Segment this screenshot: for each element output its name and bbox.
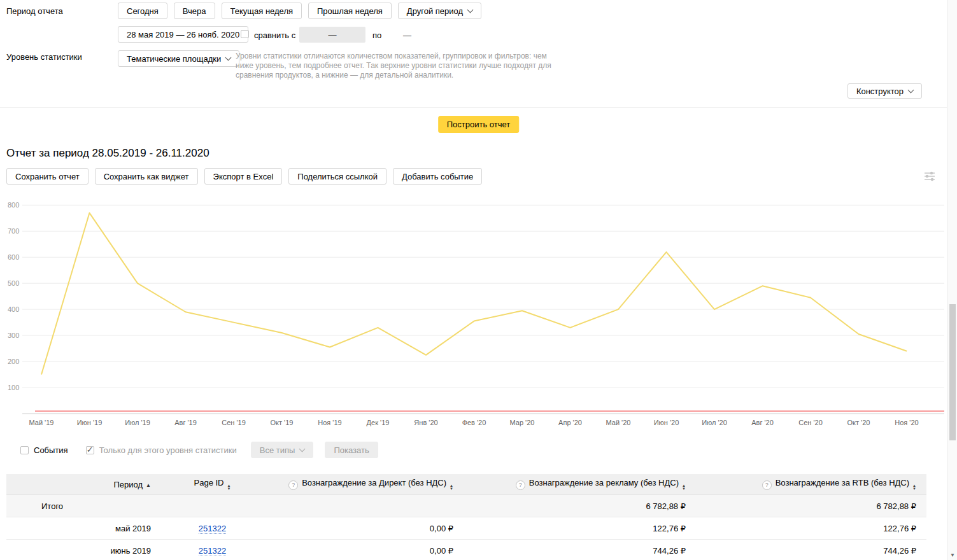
only-level-label[interactable]: Только для этого уровня статистики <box>99 445 237 455</box>
report-title: Отчет за период 28.05.2019 - 26.11.2020 <box>6 147 209 160</box>
svg-text:700: 700 <box>8 227 19 235</box>
svg-text:Мар '20: Мар '20 <box>510 419 535 426</box>
compare-from-field: — <box>299 27 365 43</box>
only-level-checkbox[interactable] <box>86 446 94 454</box>
constructor-label: Конструктор <box>856 87 904 96</box>
chevron-down-icon <box>908 87 914 94</box>
build-report-button[interactable]: Построить отчет <box>438 116 520 133</box>
table-header-row: Период▲ Page ID▲▼ ?Вознаграждение за Дир… <box>6 474 926 495</box>
page-id-link[interactable]: 251322 <box>199 524 226 534</box>
table-header-rtb[interactable]: ?Вознаграждение за RTB (без НДС)▲▼ <box>696 474 926 495</box>
svg-text:Окт '19: Окт '19 <box>271 419 294 426</box>
table-row-total: Итого 6 782,88 ₽ 6 782,88 ₽ <box>6 495 926 517</box>
svg-text:100: 100 <box>8 384 19 391</box>
sort-icon: ▲▼ <box>912 484 916 491</box>
events-row: События Только для этого уровня статисти… <box>20 442 378 458</box>
table-cell: 122,76 ₽ <box>696 517 926 540</box>
svg-text:Апр '20: Апр '20 <box>558 419 582 426</box>
table-cell: 0,00 ₽ <box>267 540 464 560</box>
table-header-period[interactable]: Период▲ <box>6 474 157 495</box>
events-checkbox[interactable] <box>20 446 29 454</box>
table-row: май 2019 251322 0,00 ₽ 122,76 ₽ 122,76 ₽ <box>6 517 926 540</box>
header-label: Период <box>113 480 143 489</box>
svg-text:Окт '20: Окт '20 <box>847 419 870 426</box>
svg-text:Фев '20: Фев '20 <box>462 419 486 426</box>
svg-text:Сен '20: Сен '20 <box>798 419 823 426</box>
compare-to-value: — <box>403 31 411 40</box>
constructor-button[interactable]: Конструктор <box>847 83 922 99</box>
other-period-label: Другой период <box>407 6 463 16</box>
table-cell: 744,26 ₽ <box>696 540 926 560</box>
show-events-button[interactable]: Показать <box>325 442 378 458</box>
svg-text:400: 400 <box>8 305 19 313</box>
period-presets: Сегодня Вчера Текущая неделя Прошлая нед… <box>118 3 481 19</box>
table-cell: 0,00 ₽ <box>267 517 464 540</box>
add-event-button[interactable]: Добавить событие <box>393 168 482 185</box>
help-icon[interactable]: ? <box>516 480 525 490</box>
page-id-link[interactable]: 251322 <box>199 546 226 556</box>
events-label[interactable]: События <box>34 445 68 455</box>
table-cell <box>157 495 267 517</box>
compare-checkbox[interactable] <box>241 30 249 38</box>
svg-text:Июн '19: Июн '19 <box>77 419 103 426</box>
help-icon[interactable]: ? <box>288 480 298 490</box>
stats-level-hint: Уровни статистики отличаются количеством… <box>236 52 564 80</box>
vertical-scrollbar[interactable]: ▼ <box>947 0 957 560</box>
table-header-direct[interactable]: ?Вознаграждение за Директ (без НДС)▲▼ <box>267 474 464 495</box>
save-widget-button[interactable]: Сохранить как виджет <box>95 168 198 185</box>
event-type-value: Все типы <box>260 445 295 455</box>
period-last-week-button[interactable]: Прошлая неделя <box>308 3 392 19</box>
stats-level-label: Уровень статистики <box>6 52 82 62</box>
svg-text:600: 600 <box>8 253 19 261</box>
sort-ascending-icon: ▲ <box>146 482 151 488</box>
table-cell-period: июнь 2019 <box>6 540 157 560</box>
other-period-button[interactable]: Другой период <box>398 3 481 19</box>
table-cell: 744,26 ₽ <box>464 540 696 560</box>
save-report-button[interactable]: Сохранить отчет <box>6 168 89 185</box>
sort-icon: ▲▼ <box>682 484 686 491</box>
section-divider <box>0 107 957 108</box>
table-header-ads[interactable]: ?Вознаграждение за рекламу (без НДС)▲▼ <box>464 474 696 495</box>
export-excel-button[interactable]: Экспорт в Excel <box>204 168 283 185</box>
date-range-button[interactable]: 28 мая 2019 — 26 нояб. 2020 <box>118 26 248 43</box>
svg-text:800: 800 <box>8 201 19 209</box>
table-header-page-id[interactable]: Page ID▲▼ <box>157 474 267 495</box>
compare-to-label: по <box>372 31 381 40</box>
period-yesterday-button[interactable]: Вчера <box>174 3 215 19</box>
header-label: Вознаграждение за RTB (без НДС) <box>776 478 909 487</box>
svg-text:300: 300 <box>8 332 19 339</box>
svg-text:Дек '19: Дек '19 <box>367 419 390 426</box>
svg-text:Авг '19: Авг '19 <box>174 419 197 426</box>
total-label: Итого <box>6 495 157 517</box>
help-icon[interactable]: ? <box>762 480 772 490</box>
chevron-down-icon <box>299 446 306 452</box>
svg-text:Сен '19: Сен '19 <box>222 419 246 426</box>
svg-text:Ноя '19: Ноя '19 <box>318 419 341 426</box>
header-label: Вознаграждение за рекламу (без НДС) <box>529 478 679 487</box>
sort-icon: ▲▼ <box>450 484 453 491</box>
scrollbar-thumb[interactable] <box>949 304 956 440</box>
stats-level-select[interactable]: Тематические площадки <box>118 50 239 67</box>
report-actions: Сохранить отчет Сохранить как виджет Экс… <box>6 168 482 185</box>
table-row: июнь 2019 251322 0,00 ₽ 744,26 ₽ 744,26 … <box>6 540 926 560</box>
chevron-down-icon <box>225 55 232 61</box>
svg-text:500: 500 <box>8 279 19 287</box>
line-chart-svg: 100200300400500600700800Май '19Июн '19Ию… <box>0 190 949 435</box>
svg-text:Май '19: Май '19 <box>29 419 54 426</box>
table-cell <box>267 495 464 517</box>
header-label: Вознаграждение за Директ (без НДС) <box>302 478 446 487</box>
period-today-button[interactable]: Сегодня <box>118 3 167 19</box>
scroll-down-arrow-icon[interactable]: ▼ <box>947 550 957 560</box>
statistics-report-page: Период отчета Сегодня Вчера Текущая неде… <box>0 0 957 560</box>
period-current-week-button[interactable]: Текущая неделя <box>222 3 302 19</box>
report-table: Период▲ Page ID▲▼ ?Вознаграждение за Дир… <box>6 474 926 560</box>
compare-label[interactable]: сравнить с <box>254 31 295 40</box>
svg-text:Ноя '20: Ноя '20 <box>895 419 918 426</box>
share-link-button[interactable]: Поделиться ссылкой <box>288 168 386 185</box>
table-cell-period: май 2019 <box>6 517 157 540</box>
svg-text:Июн '20: Июн '20 <box>654 419 679 426</box>
chevron-down-icon <box>467 7 474 13</box>
stats-level-value: Тематические площадки <box>127 54 221 64</box>
event-type-select[interactable]: Все типы <box>251 442 314 458</box>
chart-settings-sliders-icon[interactable] <box>924 171 935 181</box>
